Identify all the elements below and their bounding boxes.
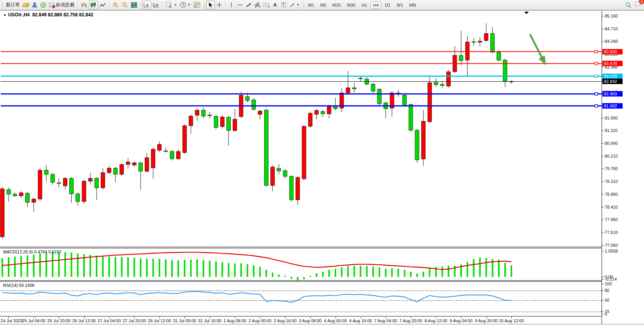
periods-button[interactable]: ▼ <box>179 1 192 9</box>
text-tool[interactable]: A <box>271 1 279 9</box>
bear-candle <box>321 112 325 114</box>
market-button[interactable] <box>21 1 30 9</box>
indicators-button[interactable]: ▼ <box>164 1 179 9</box>
main-chart-pane[interactable]: ▼USOil-,H4 82.849 82.880 82.758 82.842 <box>0 11 602 247</box>
date-label: 27 Jul 20:00 <box>123 318 146 323</box>
channel-tool[interactable]: E <box>253 1 262 9</box>
axis-tick <box>602 130 604 131</box>
trend-arrow-annotation[interactable] <box>530 34 543 59</box>
price-axis[interactable]: 85.16084.71084.26083.81083.36082.91082.4… <box>602 11 644 324</box>
line-drag-handle[interactable] <box>595 93 598 95</box>
templates-button[interactable] <box>192 1 202 9</box>
community-button[interactable] <box>30 1 39 9</box>
bull-candle <box>182 126 186 153</box>
line-chart-button[interactable] <box>98 1 107 9</box>
candlestick-plot[interactable] <box>0 11 602 247</box>
crosshair-button[interactable] <box>215 1 224 9</box>
toolbar-drag-handle[interactable] <box>1 2 3 8</box>
bear-candle <box>114 168 118 174</box>
cursor-icon <box>208 2 213 8</box>
date-label: 25 Jul 20:00 <box>47 318 70 323</box>
bull-candle <box>63 178 67 186</box>
axis-tick <box>602 277 604 277</box>
timeframe-button-d1[interactable]: D1 <box>382 1 393 9</box>
text-tool-icon: A <box>274 2 277 8</box>
bear-candle <box>139 163 142 171</box>
axis-tick <box>602 156 604 156</box>
rsi-label: RSI(14) 50.1406 <box>3 283 35 288</box>
date-label: 9 Aug 20:00 <box>475 318 498 323</box>
scroll-to-end-marker[interactable] <box>524 12 529 14</box>
channel-icon: E <box>254 2 260 7</box>
line-chart-icon <box>100 2 106 8</box>
bull-candle <box>428 83 432 122</box>
horizontal-line-tool[interactable] <box>236 1 244 9</box>
date-axis[interactable]: 24 Jul 202325 Jul 04:0025 Jul 20:0026 Ju… <box>0 317 602 324</box>
zoom-out-button[interactable] <box>120 1 130 9</box>
timeframe-button-m30[interactable]: M30 <box>344 1 358 9</box>
fibonacci-tool[interactable]: F <box>262 1 271 9</box>
toolbar-drag-handle[interactable] <box>203 2 205 8</box>
bull-candle <box>38 170 42 199</box>
macd-plot[interactable] <box>0 248 602 281</box>
axis-tick <box>602 245 604 246</box>
rsi-plot[interactable] <box>0 282 602 317</box>
timeframe-button-m5[interactable]: M5 <box>318 1 329 9</box>
bar-chart-button[interactable] <box>79 1 89 9</box>
bear-candle <box>7 190 11 194</box>
timeframe-button-m1[interactable]: M1 <box>305 1 317 9</box>
macd-axis-label: 1.0558 <box>605 249 618 253</box>
price-axis-label: 84.710 <box>605 26 618 31</box>
trendline-tool[interactable] <box>244 1 253 9</box>
rsi-pane[interactable]: RSI(14) 50.1406 <box>0 281 602 316</box>
cursor-button[interactable] <box>206 1 215 9</box>
collapse-arrow-icon[interactable]: ▼ <box>3 13 7 17</box>
bear-candle <box>226 117 230 130</box>
candlestick-chart-button[interactable] <box>89 1 98 9</box>
tile-windows-button[interactable] <box>130 1 139 9</box>
toolbar-drag-handle[interactable] <box>302 2 304 8</box>
vertical-line-tool[interactable] <box>227 1 236 9</box>
chart-title: ▼USOil-,H4 82.849 82.880 82.758 82.842 <box>3 12 93 18</box>
bull-candle <box>19 193 23 196</box>
text-label-icon: T <box>281 2 286 7</box>
rsi-line <box>2 292 511 302</box>
bear-candle <box>264 110 268 185</box>
chevron-down-icon: ▼ <box>174 3 177 7</box>
bear-candle <box>13 194 17 196</box>
line-drag-handle[interactable] <box>595 104 598 107</box>
chart-shift-button[interactable] <box>151 1 161 9</box>
axis-tick <box>602 67 604 67</box>
search-icon[interactable] <box>625 2 632 8</box>
bull-candle <box>258 111 262 114</box>
autotrading-button[interactable]: 自动交易 <box>47 1 76 9</box>
timeframe-button-h1[interactable]: H1 <box>359 1 370 9</box>
timeframe-button-mn[interactable]: MN <box>407 1 419 9</box>
person-icon <box>32 2 37 8</box>
arrows-tool[interactable]: ▼ <box>288 1 301 9</box>
timeframe-button-w1[interactable]: W1 <box>394 1 406 9</box>
price-axis-label: 78.410 <box>605 205 618 209</box>
new-order-button[interactable]: 新订单 <box>4 1 21 9</box>
auto-scroll-button[interactable] <box>142 1 151 9</box>
date-label: 8 Aug 12:00 <box>425 318 447 323</box>
timeframe-button-m15[interactable]: M15 <box>330 1 343 9</box>
zoom-in-button[interactable] <box>111 1 120 9</box>
text-label-tool[interactable]: T <box>279 1 288 9</box>
chevron-down-icon: ▼ <box>188 3 191 7</box>
current-price-badge: 82.842 <box>602 79 623 84</box>
bear-candle <box>57 183 61 184</box>
notifications-button[interactable]: 1 <box>635 1 642 9</box>
autotrading-icon <box>49 3 54 7</box>
date-label: 25 Jul 04:00 <box>22 318 46 323</box>
line-drag-handle[interactable] <box>595 75 598 77</box>
bear-candle <box>26 193 30 202</box>
bull-candle <box>126 162 130 165</box>
bear-candle <box>283 171 287 177</box>
signals-button[interactable] <box>39 1 47 9</box>
line-drag-handle[interactable] <box>595 62 598 65</box>
line-drag-handle[interactable] <box>595 50 598 53</box>
timeframe-button-h4[interactable]: H4 <box>370 1 381 9</box>
macd-pane[interactable]: MACD(12,26,9) 0.4764 0.6227 <box>0 248 602 281</box>
axis-tick <box>602 41 604 42</box>
